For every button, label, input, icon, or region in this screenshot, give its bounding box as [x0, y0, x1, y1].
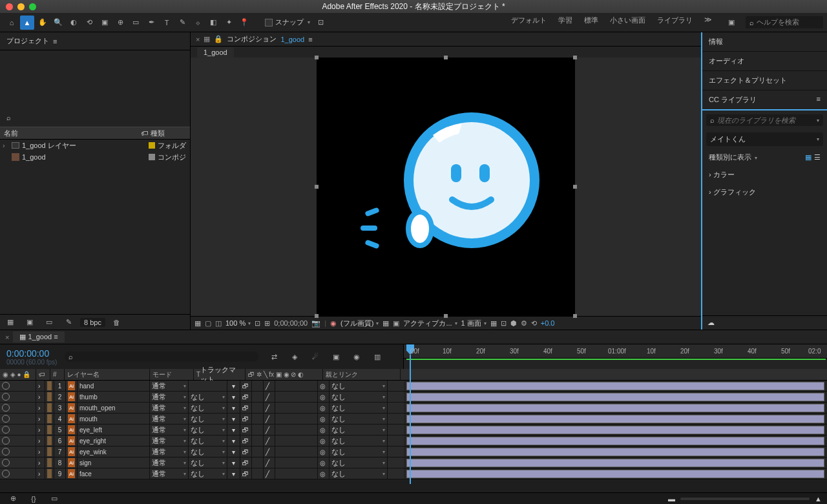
handle[interactable] — [444, 314, 448, 318]
layer-row[interactable]: › 2 Ai thumb 通常▾ なし▾ ▾ 🗗 ╱ ◎ なし▾ — [0, 392, 827, 403]
eraser-tool[interactable]: ◧ — [206, 16, 220, 30]
layer-row[interactable]: › 5 Ai eye_left 通常▾ なし▾ ▾ 🗗 ╱ ◎ なし▾ — [0, 425, 827, 436]
refresh-icon[interactable]: ⟲ — [531, 319, 537, 328]
motion-blur-icon[interactable]: ◉ — [350, 350, 364, 364]
handle[interactable] — [573, 56, 577, 59]
res-icon[interactable]: ⊡ — [255, 319, 260, 328]
fast-icon[interactable]: ⊡ — [501, 319, 507, 328]
selection-tool[interactable]: ▲ — [20, 16, 34, 30]
quality-dropdown[interactable]: (フル画質)▾ — [340, 319, 379, 328]
snapshot-icon[interactable]: 📷 — [311, 319, 320, 328]
mag-icon[interactable]: ▦ — [194, 319, 201, 328]
library-search-input[interactable] — [717, 116, 813, 124]
grid-view-icon[interactable]: ▦ — [805, 153, 811, 162]
handle[interactable] — [444, 56, 448, 59]
timecode[interactable]: 0;00;00;00 — [274, 319, 308, 327]
rotate-tool[interactable]: ⟲ — [82, 16, 96, 30]
view-dropdown[interactable]: 1 画面▾ — [461, 319, 487, 328]
snap-toggle[interactable]: スナップ ▾ ⊡ — [265, 16, 328, 30]
ws-reset-icon[interactable]: ▣ — [724, 16, 738, 30]
current-time[interactable]: 0:00:00:00 00000 (60.00 fps) — [6, 348, 57, 366]
shy-icon[interactable]: ☄ — [308, 350, 322, 364]
zoom-tool[interactable]: 🔍 — [51, 16, 65, 30]
timeline-search[interactable]: ⌕ — [65, 352, 258, 362]
project-item-comp[interactable]: 1_good コンポジ — [0, 151, 190, 163]
layer-row[interactable]: › 6 Ai eye_right 通常▾ なし▾ ▾ 🗗 ╱ ◎ なし▾ — [0, 436, 827, 446]
library-search[interactable]: ⌕ ▾ — [706, 114, 823, 126]
layer-bar[interactable] — [406, 426, 824, 434]
layer-bar[interactable] — [406, 470, 824, 478]
zoom-in-icon[interactable]: ▲ — [815, 495, 822, 503]
label-color[interactable] — [47, 392, 52, 401]
puppet-tool[interactable]: 📍 — [237, 16, 251, 30]
col-name[interactable]: 名前 — [4, 129, 141, 138]
layer-bar[interactable] — [406, 448, 824, 456]
layer-row[interactable]: › 8 Ai sign 通常▾ なし▾ ▾ 🗗 ╱ ◎ なし▾ — [0, 457, 827, 468]
toggle-switches-icon[interactable]: ⊕ — [6, 492, 20, 505]
composition-viewer[interactable] — [191, 58, 701, 316]
ws-default[interactable]: デフォルト — [511, 16, 547, 30]
visibility-icon[interactable] — [2, 459, 10, 467]
canvas[interactable] — [317, 58, 575, 316]
list-view-icon[interactable]: ☰ — [814, 153, 821, 162]
exposure[interactable]: +0.0 — [541, 319, 555, 327]
visibility-icon[interactable] — [2, 393, 10, 401]
layer-bar[interactable] — [406, 437, 824, 445]
trash-icon[interactable]: 🗑 — [110, 315, 124, 330]
shape-tool[interactable]: ▭ — [129, 16, 143, 30]
label-color[interactable] — [47, 414, 52, 423]
project-search[interactable]: ⌕ — [4, 112, 186, 123]
brush-tool[interactable]: ✎ — [175, 16, 189, 30]
zoom-window[interactable] — [29, 3, 36, 10]
help-search[interactable]: ⌕ ヘルプを検索 — [746, 16, 823, 28]
zoom-dropdown[interactable]: 100 %▾ — [225, 319, 251, 327]
info-panel[interactable]: 情報 — [702, 32, 827, 52]
layer-row[interactable]: › 3 Ai mouth_open 通常▾ なし▾ ▾ 🗗 ╱ ◎ なし▾ — [0, 403, 827, 414]
layer-bar[interactable] — [406, 393, 824, 401]
handle[interactable] — [315, 185, 319, 189]
project-tree[interactable]: › 1_good レイヤー フォルダ 1_good コンポジ — [0, 140, 190, 314]
label-color[interactable] — [47, 403, 52, 412]
mask-icon[interactable]: ◫ — [215, 319, 222, 328]
minimize-window[interactable] — [17, 3, 25, 10]
channel-icon[interactable]: ◉ — [330, 319, 337, 328]
ws-standard[interactable]: 標準 — [584, 16, 598, 30]
library-dropdown[interactable]: メイトくん▾ — [706, 132, 823, 146]
visibility-icon[interactable] — [2, 426, 10, 434]
region-icon[interactable]: ▣ — [393, 319, 399, 328]
library-sort[interactable]: 種類別に表示 ▾ ▦ ☰ — [702, 149, 827, 166]
guides-icon[interactable]: ⊞ — [264, 319, 270, 328]
draft3d-icon[interactable]: ◈ — [288, 350, 302, 364]
visibility-icon[interactable] — [2, 470, 10, 478]
cc-libraries-panel[interactable]: CC ライブラリ≡ — [702, 90, 827, 110]
graph-icon[interactable]: ▥ — [370, 350, 384, 364]
snap-option-icon[interactable]: ⊡ — [313, 16, 328, 30]
adjust-icon[interactable]: ✎ — [61, 315, 76, 330]
hand-tool[interactable]: ✋ — [36, 16, 50, 30]
ws-small[interactable]: 小さい画面 — [610, 16, 645, 30]
brace-icon[interactable]: {} — [26, 492, 41, 505]
cloud-icon[interactable]: ☁ — [707, 319, 715, 327]
label-color[interactable] — [47, 425, 52, 434]
ws-library[interactable]: ライブラリ — [657, 16, 693, 30]
zoom-slider[interactable] — [680, 498, 810, 500]
zoom-out-icon[interactable]: ▬ — [668, 495, 675, 503]
layer-row[interactable]: › 4 Ai mouth 通常▾ なし▾ ▾ 🗗 ╱ ◎ なし▾ — [0, 414, 827, 425]
playhead[interactable] — [410, 355, 411, 484]
label-color[interactable] — [47, 381, 52, 390]
visibility-icon[interactable] — [2, 415, 10, 423]
type-tool[interactable]: T — [160, 16, 174, 30]
grid-icon[interactable]: ▢ — [205, 319, 211, 328]
visibility-icon[interactable] — [2, 448, 10, 456]
new-folder-icon[interactable]: ▭ — [42, 315, 56, 330]
layer-row[interactable]: › 9 Ai face 通常▾ なし▾ ▾ 🗗 ╱ ◎ なし▾ — [0, 468, 827, 479]
ws-learn[interactable]: 学習 — [558, 16, 572, 30]
layer-row[interactable]: › 7 Ai eye_wink 通常▾ なし▾ ▾ 🗗 ╱ ◎ なし▾ — [0, 446, 827, 457]
project-tab[interactable]: プロジェクト≡ — [0, 32, 190, 50]
project-item-folder[interactable]: › 1_good レイヤー フォルダ — [0, 140, 190, 151]
layer-bar[interactable] — [406, 415, 824, 423]
lock-icon[interactable]: 🔒 — [214, 35, 223, 43]
transparency-icon[interactable]: ▦ — [382, 319, 389, 328]
label-color[interactable] — [47, 436, 52, 445]
camera-tool[interactable]: ▣ — [98, 16, 112, 30]
